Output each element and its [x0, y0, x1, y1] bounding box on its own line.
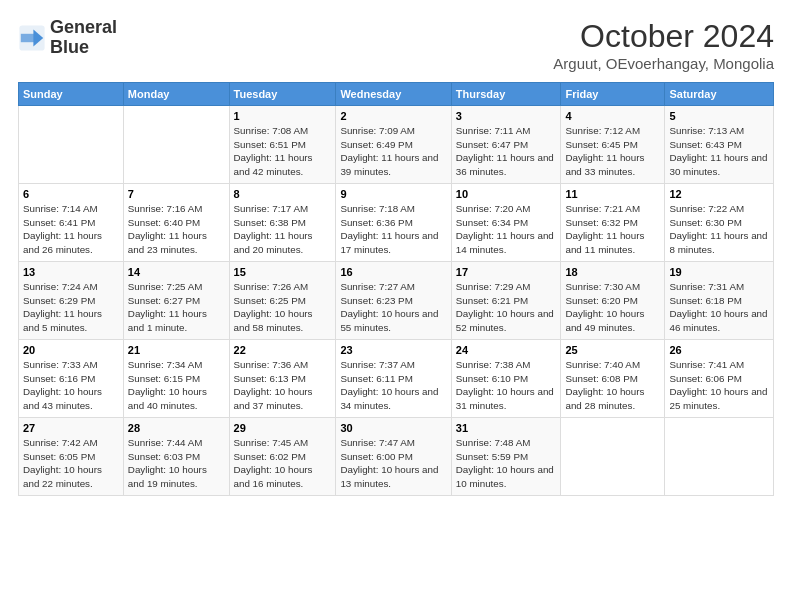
day-info: Sunrise: 7:34 AM Sunset: 6:15 PM Dayligh… [128, 358, 225, 413]
calendar-cell: 12Sunrise: 7:22 AM Sunset: 6:30 PM Dayli… [665, 184, 774, 262]
day-number: 28 [128, 422, 225, 434]
calendar-cell: 24Sunrise: 7:38 AM Sunset: 6:10 PM Dayli… [451, 340, 561, 418]
day-info: Sunrise: 7:31 AM Sunset: 6:18 PM Dayligh… [669, 280, 769, 335]
calendar-cell: 8Sunrise: 7:17 AM Sunset: 6:38 PM Daylig… [229, 184, 336, 262]
calendar-cell: 26Sunrise: 7:41 AM Sunset: 6:06 PM Dayli… [665, 340, 774, 418]
day-number: 8 [234, 188, 332, 200]
day-number: 21 [128, 344, 225, 356]
day-number: 4 [565, 110, 660, 122]
day-info: Sunrise: 7:20 AM Sunset: 6:34 PM Dayligh… [456, 202, 557, 257]
day-number: 26 [669, 344, 769, 356]
day-number: 7 [128, 188, 225, 200]
calendar-cell: 10Sunrise: 7:20 AM Sunset: 6:34 PM Dayli… [451, 184, 561, 262]
day-number: 27 [23, 422, 119, 434]
weekday-header: Wednesday [336, 83, 451, 106]
day-number: 22 [234, 344, 332, 356]
day-number: 12 [669, 188, 769, 200]
calendar-cell: 3Sunrise: 7:11 AM Sunset: 6:47 PM Daylig… [451, 106, 561, 184]
calendar-cell: 17Sunrise: 7:29 AM Sunset: 6:21 PM Dayli… [451, 262, 561, 340]
day-number: 1 [234, 110, 332, 122]
svg-rect-2 [21, 34, 35, 42]
weekday-header: Monday [123, 83, 229, 106]
calendar-cell: 16Sunrise: 7:27 AM Sunset: 6:23 PM Dayli… [336, 262, 451, 340]
calendar-cell: 19Sunrise: 7:31 AM Sunset: 6:18 PM Dayli… [665, 262, 774, 340]
day-info: Sunrise: 7:14 AM Sunset: 6:41 PM Dayligh… [23, 202, 119, 257]
day-info: Sunrise: 7:47 AM Sunset: 6:00 PM Dayligh… [340, 436, 446, 491]
calendar-cell [561, 418, 665, 496]
calendar-cell: 9Sunrise: 7:18 AM Sunset: 6:36 PM Daylig… [336, 184, 451, 262]
calendar-cell: 22Sunrise: 7:36 AM Sunset: 6:13 PM Dayli… [229, 340, 336, 418]
day-info: Sunrise: 7:17 AM Sunset: 6:38 PM Dayligh… [234, 202, 332, 257]
day-info: Sunrise: 7:26 AM Sunset: 6:25 PM Dayligh… [234, 280, 332, 335]
calendar-cell: 23Sunrise: 7:37 AM Sunset: 6:11 PM Dayli… [336, 340, 451, 418]
day-info: Sunrise: 7:40 AM Sunset: 6:08 PM Dayligh… [565, 358, 660, 413]
day-info: Sunrise: 7:42 AM Sunset: 6:05 PM Dayligh… [23, 436, 119, 491]
calendar-week-row: 13Sunrise: 7:24 AM Sunset: 6:29 PM Dayli… [19, 262, 774, 340]
day-number: 5 [669, 110, 769, 122]
weekday-header: Thursday [451, 83, 561, 106]
calendar-cell: 18Sunrise: 7:30 AM Sunset: 6:20 PM Dayli… [561, 262, 665, 340]
calendar-cell: 25Sunrise: 7:40 AM Sunset: 6:08 PM Dayli… [561, 340, 665, 418]
calendar-cell [665, 418, 774, 496]
day-number: 13 [23, 266, 119, 278]
day-info: Sunrise: 7:24 AM Sunset: 6:29 PM Dayligh… [23, 280, 119, 335]
day-number: 14 [128, 266, 225, 278]
title-section: October 2024 Arguut, OEvoerhangay, Mongo… [553, 18, 774, 72]
logo-text: General Blue [50, 18, 117, 58]
day-info: Sunrise: 7:09 AM Sunset: 6:49 PM Dayligh… [340, 124, 446, 179]
logo-line2: Blue [50, 38, 117, 58]
day-number: 3 [456, 110, 557, 122]
day-number: 18 [565, 266, 660, 278]
day-info: Sunrise: 7:21 AM Sunset: 6:32 PM Dayligh… [565, 202, 660, 257]
day-info: Sunrise: 7:12 AM Sunset: 6:45 PM Dayligh… [565, 124, 660, 179]
day-number: 9 [340, 188, 446, 200]
day-info: Sunrise: 7:27 AM Sunset: 6:23 PM Dayligh… [340, 280, 446, 335]
day-number: 20 [23, 344, 119, 356]
calendar-cell: 5Sunrise: 7:13 AM Sunset: 6:43 PM Daylig… [665, 106, 774, 184]
month-title: October 2024 [553, 18, 774, 55]
calendar-cell: 1Sunrise: 7:08 AM Sunset: 6:51 PM Daylig… [229, 106, 336, 184]
day-info: Sunrise: 7:25 AM Sunset: 6:27 PM Dayligh… [128, 280, 225, 335]
day-info: Sunrise: 7:44 AM Sunset: 6:03 PM Dayligh… [128, 436, 225, 491]
day-info: Sunrise: 7:38 AM Sunset: 6:10 PM Dayligh… [456, 358, 557, 413]
calendar-cell: 4Sunrise: 7:12 AM Sunset: 6:45 PM Daylig… [561, 106, 665, 184]
header: General Blue October 2024 Arguut, OEvoer… [18, 18, 774, 72]
calendar-cell: 27Sunrise: 7:42 AM Sunset: 6:05 PM Dayli… [19, 418, 124, 496]
day-info: Sunrise: 7:33 AM Sunset: 6:16 PM Dayligh… [23, 358, 119, 413]
calendar-cell: 30Sunrise: 7:47 AM Sunset: 6:00 PM Dayli… [336, 418, 451, 496]
calendar-cell: 29Sunrise: 7:45 AM Sunset: 6:02 PM Dayli… [229, 418, 336, 496]
calendar-cell: 7Sunrise: 7:16 AM Sunset: 6:40 PM Daylig… [123, 184, 229, 262]
day-number: 10 [456, 188, 557, 200]
calendar-week-row: 1Sunrise: 7:08 AM Sunset: 6:51 PM Daylig… [19, 106, 774, 184]
day-info: Sunrise: 7:13 AM Sunset: 6:43 PM Dayligh… [669, 124, 769, 179]
calendar-cell [123, 106, 229, 184]
calendar-week-row: 6Sunrise: 7:14 AM Sunset: 6:41 PM Daylig… [19, 184, 774, 262]
day-info: Sunrise: 7:11 AM Sunset: 6:47 PM Dayligh… [456, 124, 557, 179]
day-info: Sunrise: 7:45 AM Sunset: 6:02 PM Dayligh… [234, 436, 332, 491]
logo-icon [18, 24, 46, 52]
day-number: 2 [340, 110, 446, 122]
day-info: Sunrise: 7:48 AM Sunset: 5:59 PM Dayligh… [456, 436, 557, 491]
calendar-cell: 2Sunrise: 7:09 AM Sunset: 6:49 PM Daylig… [336, 106, 451, 184]
calendar-cell: 21Sunrise: 7:34 AM Sunset: 6:15 PM Dayli… [123, 340, 229, 418]
calendar-cell: 6Sunrise: 7:14 AM Sunset: 6:41 PM Daylig… [19, 184, 124, 262]
calendar-cell: 15Sunrise: 7:26 AM Sunset: 6:25 PM Dayli… [229, 262, 336, 340]
day-number: 30 [340, 422, 446, 434]
day-info: Sunrise: 7:18 AM Sunset: 6:36 PM Dayligh… [340, 202, 446, 257]
calendar-cell: 14Sunrise: 7:25 AM Sunset: 6:27 PM Dayli… [123, 262, 229, 340]
calendar-cell: 20Sunrise: 7:33 AM Sunset: 6:16 PM Dayli… [19, 340, 124, 418]
header-row: SundayMondayTuesdayWednesdayThursdayFrid… [19, 83, 774, 106]
calendar-cell: 11Sunrise: 7:21 AM Sunset: 6:32 PM Dayli… [561, 184, 665, 262]
calendar-body: 1Sunrise: 7:08 AM Sunset: 6:51 PM Daylig… [19, 106, 774, 496]
day-number: 29 [234, 422, 332, 434]
day-number: 19 [669, 266, 769, 278]
day-number: 25 [565, 344, 660, 356]
day-number: 24 [456, 344, 557, 356]
day-info: Sunrise: 7:22 AM Sunset: 6:30 PM Dayligh… [669, 202, 769, 257]
day-number: 6 [23, 188, 119, 200]
day-number: 23 [340, 344, 446, 356]
day-info: Sunrise: 7:30 AM Sunset: 6:20 PM Dayligh… [565, 280, 660, 335]
calendar-cell [19, 106, 124, 184]
calendar-cell: 31Sunrise: 7:48 AM Sunset: 5:59 PM Dayli… [451, 418, 561, 496]
calendar-table: SundayMondayTuesdayWednesdayThursdayFrid… [18, 82, 774, 496]
